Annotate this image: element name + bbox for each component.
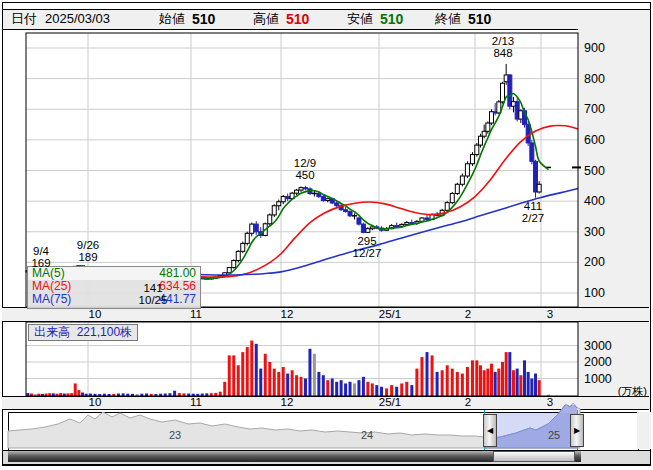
price-tick-label: 600 [584, 133, 605, 147]
stock-chart-app: 日付 2025/03/03 始値 510 高値 510 安値 510 終値 51… [0, 0, 653, 470]
date-value: 2025/03/03 [45, 10, 110, 28]
navigator-right-pad [637, 412, 651, 449]
volume-tick-label: 3000 [584, 339, 612, 353]
chart-annotation: 4112/27 [522, 201, 544, 224]
month-label: 10 [89, 308, 102, 321]
chart-annotation: 14110/25 [139, 283, 168, 306]
chart-annotation: 12/9450 [294, 158, 316, 181]
month-label: 3 [547, 396, 553, 409]
date-label: 日付 [11, 10, 37, 28]
quote-header: 日付 2025/03/03 始値 510 高値 510 安値 510 終値 51… [2, 9, 651, 30]
range-scrollbar[interactable] [2, 450, 651, 465]
scroll-right-button[interactable]: ▶ [570, 414, 584, 447]
open-label: 始値 [159, 10, 185, 28]
nav-year-label: 24 [361, 429, 373, 441]
high-value: 510 [286, 10, 309, 28]
month-label: 12 [281, 396, 294, 409]
price-tick-label: 100 [584, 286, 605, 300]
navigator-selection[interactable] [484, 413, 577, 448]
close-label: 終値 [435, 10, 461, 28]
chart-annotation: 9/4169 [31, 246, 50, 269]
price-tick-label: 500 [584, 164, 605, 178]
price-tick-label: 200 [584, 255, 605, 269]
low-value: 510 [380, 10, 403, 28]
month-label: 2 [465, 396, 471, 409]
month-label: 11 [190, 308, 202, 321]
chart-annotation: 9/26189 [77, 240, 99, 263]
month-label: 11 [190, 396, 202, 409]
volume-tick-label: 2000 [584, 355, 612, 369]
price-tick-label: 400 [584, 194, 605, 208]
volume-label-box: 出来高 221,100株 [28, 324, 138, 341]
chart-annotation: 29512/27 [353, 236, 382, 259]
month-label: 3 [547, 308, 553, 321]
price-tick-label: 700 [584, 102, 605, 116]
ma-legend-row: MA(75)441.77 [28, 293, 200, 306]
month-label: 25/1 [379, 396, 401, 409]
open-value: 510 [192, 10, 215, 28]
month-label: 10 [89, 396, 102, 409]
low-label: 安値 [347, 10, 373, 28]
ma-legend: MA(5)481.00MA(25)634.56MA(75)441.77 [27, 266, 201, 309]
month-label: 25/1 [379, 308, 401, 321]
nav-year-label: 25 [548, 429, 560, 441]
volume-value: 221,100株 [77, 325, 132, 339]
nav-year-label: 23 [169, 429, 181, 441]
high-label: 高値 [253, 10, 279, 28]
volume-tick-label: 1000 [584, 372, 612, 386]
price-tick-label: 800 [584, 72, 605, 86]
scrollbar-thumb[interactable] [493, 451, 575, 462]
month-label: 2 [465, 308, 471, 321]
price-tick-label: 900 [584, 41, 605, 55]
close-value: 510 [468, 10, 491, 28]
price-tick-label: 300 [584, 225, 605, 239]
chart-annotation: 2/13848 [492, 36, 514, 59]
scroll-left-button[interactable]: ◀ [483, 414, 497, 447]
volume-unit-label: (万株) [618, 384, 647, 399]
volume-label: 出来高 [34, 325, 70, 339]
month-label: 12 [281, 308, 294, 321]
